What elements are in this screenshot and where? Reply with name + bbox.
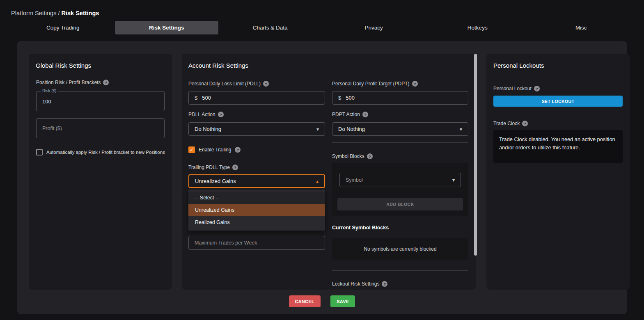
- auto-apply-row: Automatically apply Risk / Profit bracke…: [36, 149, 165, 155]
- cancel-button[interactable]: CANCEL: [289, 295, 321, 307]
- trailing-type-label-text: Trailing PDLL Type: [188, 165, 230, 170]
- pdpt-action-value: Do Nothing: [338, 126, 365, 132]
- personal-lockout-label: Personal Lockout ?: [493, 86, 540, 91]
- pdll-action-label-text: PDLL Action: [188, 112, 215, 117]
- trade-clock-message: Trade Clock disabled. You need an active…: [493, 130, 623, 163]
- tab-bar: Copy Trading Risk Settings Charts & Data…: [11, 21, 633, 34]
- help-icon[interactable]: ?: [103, 80, 109, 85]
- pdpt-value: 500: [346, 95, 355, 101]
- trailing-type-label: Trailing PDLL Type ?: [188, 165, 238, 170]
- settings-panel: Global Risk Settings Position Risk / Pro…: [17, 41, 627, 314]
- help-icon[interactable]: ?: [522, 121, 528, 126]
- auto-apply-checkbox[interactable]: [36, 149, 43, 155]
- card-title: Account Risk Settings: [188, 62, 248, 69]
- pdll-label-text: Personal Daily Loss Limit (PDLL): [188, 81, 261, 87]
- risk-amount-input[interactable]: Risk ($) 100: [36, 91, 165, 111]
- pdll-currency: $: [195, 95, 197, 101]
- vertical-scrollbar[interactable]: [474, 54, 477, 256]
- pdpt-currency: $: [338, 95, 341, 101]
- max-trades-week-input[interactable]: Maximum Trades per Week: [188, 236, 325, 250]
- auto-apply-label: Automatically apply Risk / Profit bracke…: [46, 150, 165, 155]
- pdll-action-select[interactable]: Do Nothing ▾: [188, 122, 325, 136]
- help-icon[interactable]: ?: [263, 81, 269, 87]
- tab-charts-data[interactable]: Charts & Data: [218, 21, 322, 34]
- pdll-label: Personal Daily Loss Limit (PDLL) ?: [188, 81, 269, 87]
- dropdown-option-realized-gains[interactable]: Realized Gains: [188, 216, 325, 229]
- pdpt-action-label: PDPT Action ?: [332, 112, 368, 117]
- help-icon[interactable]: ?: [534, 86, 540, 91]
- card-title: Global Risk Settings: [36, 62, 91, 69]
- check-icon: ✓: [190, 147, 194, 153]
- breadcrumb-prefix: Platform Settings /: [11, 10, 62, 16]
- trailing-type-dropdown-menu: -- Select -- Unrealized Gains Realized G…: [188, 190, 325, 231]
- personal-lockout-label-text: Personal Lockout: [493, 86, 532, 91]
- symbol-blocks-label: Symbol Blocks ?: [332, 153, 373, 159]
- divider: [332, 270, 468, 271]
- help-icon[interactable]: ?: [382, 281, 387, 287]
- enable-trailing-row: ✓ Enable Trailing ?: [188, 146, 241, 153]
- pdll-value: 500: [202, 95, 211, 101]
- tab-hotkeys[interactable]: Hotkeys: [426, 21, 529, 34]
- trailing-type-value: Unrealized Gains: [195, 178, 236, 184]
- set-lockout-button[interactable]: SET LOCKOUT: [493, 96, 623, 107]
- account-risk-settings-card: Account Risk Settings Personal Daily Los…: [182, 54, 476, 290]
- help-icon[interactable]: ?: [235, 147, 241, 153]
- pdpt-input[interactable]: $ 500: [332, 91, 468, 105]
- breadcrumb: Platform Settings / Risk Settings: [11, 10, 99, 16]
- current-symbol-blocks-label: Current Symbol Blocks: [332, 225, 389, 231]
- dropdown-option-select[interactable]: -- Select --: [188, 192, 325, 204]
- symbol-blocks-box: Symbol ▾ ADD BLOCK: [332, 163, 468, 216]
- help-icon[interactable]: ?: [232, 165, 238, 170]
- enable-trailing-checkbox[interactable]: ✓: [188, 146, 195, 153]
- profit-amount-input[interactable]: Profit ($): [36, 118, 165, 138]
- max-trades-week-placeholder: Maximum Trades per Week: [195, 240, 257, 246]
- global-risk-settings-card: Global Risk Settings Position Risk / Pro…: [29, 54, 172, 290]
- divider: [332, 142, 468, 143]
- chevron-down-icon: ▾: [316, 127, 319, 132]
- tab-copy-trading[interactable]: Copy Trading: [11, 21, 115, 34]
- risk-settings-page: Platform Settings / Risk Settings Copy T…: [0, 0, 644, 320]
- card-title: Personal Lockouts: [493, 62, 544, 69]
- lockout-risk-settings-label-text: Lockout Risk Settings: [332, 281, 379, 287]
- help-icon[interactable]: ?: [218, 112, 224, 117]
- no-symbols-message: No symbols are currently blocked: [332, 238, 468, 260]
- pdll-action-label: PDLL Action ?: [188, 112, 224, 117]
- symbol-blocks-label-text: Symbol Blocks: [332, 153, 364, 159]
- pdpt-action-select[interactable]: Do Nothing ▾: [332, 122, 468, 136]
- position-brackets-label-text: Position Risk / Profit Brackets: [36, 80, 101, 85]
- risk-input-label: Risk ($): [41, 89, 58, 93]
- lockout-risk-settings-label: Lockout Risk Settings ?: [332, 281, 387, 287]
- profit-input-placeholder: Profit ($): [42, 126, 62, 131]
- pdll-input[interactable]: $ 500: [188, 91, 325, 105]
- chevron-down-icon: ▾: [460, 127, 462, 132]
- pdpt-label-text: Personal Daily Profit Target (PDPT): [332, 81, 410, 87]
- symbol-select-value: Symbol: [346, 177, 363, 183]
- pdll-action-value: Do Nothing: [195, 126, 221, 132]
- dropdown-option-unrealized-gains[interactable]: Unrealized Gains: [188, 204, 325, 216]
- tab-misc[interactable]: Misc: [529, 21, 633, 34]
- chevron-up-icon: ▴: [316, 179, 319, 184]
- tab-risk-settings[interactable]: Risk Settings: [115, 21, 219, 34]
- personal-lockouts-card: Personal Lockouts Personal Lockout ? SET…: [486, 54, 630, 290]
- help-icon[interactable]: ?: [367, 153, 373, 159]
- add-block-button[interactable]: ADD BLOCK: [337, 198, 463, 210]
- trade-clock-label: Trade Clock ?: [493, 121, 528, 126]
- chevron-down-icon: ▾: [452, 178, 455, 183]
- trade-clock-label-text: Trade Clock: [493, 121, 520, 126]
- tab-privacy[interactable]: Privacy: [322, 21, 426, 34]
- breadcrumb-current: Risk Settings: [62, 10, 99, 16]
- pdpt-action-label-text: PDPT Action: [332, 112, 360, 117]
- footer-actions: CANCEL SAVE: [17, 295, 627, 307]
- position-brackets-label: Position Risk / Profit Brackets ?: [36, 80, 109, 85]
- help-icon[interactable]: ?: [412, 81, 418, 87]
- symbol-select[interactable]: Symbol ▾: [339, 173, 461, 187]
- risk-input-value: 100: [42, 98, 51, 104]
- pdpt-label: Personal Daily Profit Target (PDPT) ?: [332, 81, 418, 87]
- save-button[interactable]: SAVE: [330, 295, 355, 307]
- trailing-type-select[interactable]: Unrealized Gains ▴: [188, 174, 325, 188]
- help-icon[interactable]: ?: [362, 112, 368, 117]
- enable-trailing-label: Enable Trailing: [199, 147, 231, 153]
